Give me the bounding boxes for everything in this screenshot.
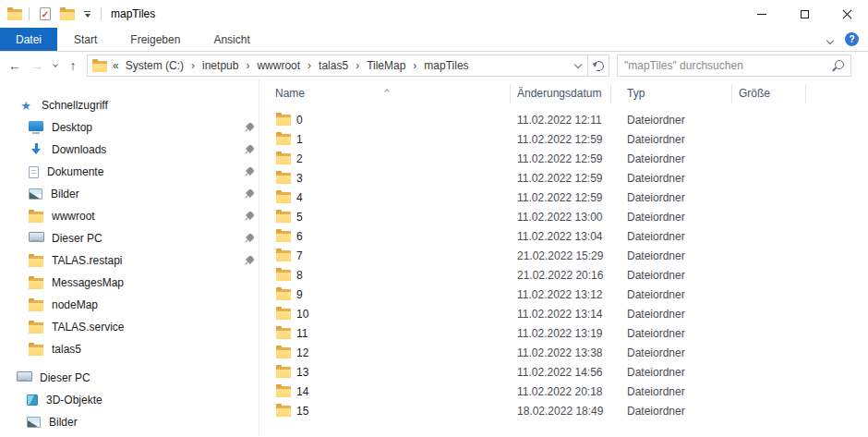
breadcrumb-item-maptiles[interactable]: mapTiles [423, 59, 469, 72]
sidebar-item-3d-objekte[interactable]: 3D-Objekte [0, 389, 259, 411]
pin-icon [244, 234, 254, 247]
tab-freigeben[interactable]: Freigeben [114, 28, 197, 51]
sidebar-item-desktop[interactable]: Desktop [0, 116, 259, 139]
breadcrumb-overflow[interactable]: « [113, 59, 119, 72]
column-header-size[interactable]: Größe [732, 84, 806, 103]
breadcrumb-separator: › [239, 59, 256, 72]
breadcrumb-item-tilemap[interactable]: TileMap [366, 59, 406, 72]
folder-icon [276, 212, 291, 223]
close-button[interactable] [826, 0, 868, 28]
file-row-9[interactable]: 9 11.02.2022 13:12 Dateiordner [259, 285, 868, 304]
minimize-icon [757, 14, 766, 15]
breadcrumb-item-talas5[interactable]: talas5 [318, 59, 349, 72]
sidebar-item-messagesmap[interactable]: MessagesMap [0, 272, 259, 294]
breadcrumb-separator: › [349, 59, 366, 72]
tab-start[interactable]: Start [57, 28, 114, 51]
window-title: mapTiles [111, 7, 155, 20]
file-row-7[interactable]: 7 21.02.2022 15:29 Dateiordner [259, 246, 868, 265]
chevron-down-icon [53, 62, 58, 67]
expand-ribbon-button[interactable] [827, 32, 833, 46]
file-row-14[interactable]: 14 11.02.2022 20:18 Dateiordner [259, 382, 868, 401]
file-row-4[interactable]: 4 11.02.2022 12:59 Dateiordner [259, 188, 868, 207]
sidebar-item-dieser-pc[interactable]: Dieser PC [0, 367, 259, 389]
help-icon: ? [849, 34, 854, 44]
sidebar-item-schnellzugriff[interactable]: Schnellzugriff [0, 94, 259, 116]
sidebar-item-talas-service[interactable]: TALAS.service [0, 316, 259, 338]
breadcrumb-item-wwwroot[interactable]: wwwroot [256, 59, 301, 72]
breadcrumb-separator: › [406, 59, 423, 72]
file-row-6[interactable]: 6 11.02.2022 13:04 Dateiordner [259, 226, 868, 246]
qat-customize-button[interactable] [80, 9, 94, 19]
file-row-0[interactable]: 0 11.02.2022 12:11 Dateiordner [259, 110, 868, 129]
folder-icon [276, 134, 291, 145]
folder-icon [276, 347, 291, 358]
sidebar-item-wwwroot[interactable]: wwwroot [0, 205, 259, 227]
pictures-icon [27, 417, 41, 428]
downloads-icon [29, 143, 43, 156]
file-row-13[interactable]: 13 11.02.2022 14:56 Dateiordner [259, 362, 868, 382]
ribbon-tab-row: Datei Start Freigeben Ansicht ? [0, 28, 868, 52]
address-dropdown-button[interactable] [569, 55, 587, 76]
file-row-11[interactable]: 11 11.02.2022 13:19 Dateiordner [259, 323, 868, 343]
recent-locations-button[interactable] [48, 54, 62, 78]
sort-ascending-icon [385, 83, 389, 96]
qat-properties-button[interactable]: ✓ [36, 6, 54, 22]
folder-icon [276, 192, 291, 203]
pin-icon [244, 212, 254, 225]
file-rows: 0 11.02.2022 12:11 Dateiordner 1 11.02.2… [259, 107, 868, 420]
sidebar-item-downloads[interactable]: Downloads [0, 139, 259, 161]
maximize-button[interactable] [783, 0, 826, 28]
breadcrumb-item-system-c[interactable]: System (C:) [125, 59, 185, 72]
chevron-down-icon [826, 37, 834, 44]
sidebar-item-nodemap[interactable]: nodeMap [0, 294, 259, 316]
star-icon [18, 99, 33, 112]
sidebar-item-dokumente[interactable]: Dokumente [0, 161, 259, 183]
tab-ansicht[interactable]: Ansicht [197, 28, 266, 51]
folder-icon [276, 231, 291, 242]
address-bar[interactable]: «System (C:)›inetpub›wwwroot›talas5›Tile… [87, 55, 609, 77]
sidebar-item-bilder[interactable]: Bilder [0, 411, 259, 433]
titlebar-separator [29, 7, 30, 20]
pc-icon [17, 371, 31, 384]
back-arrow-icon: ← [8, 59, 21, 72]
up-button[interactable]: ↑ [62, 54, 84, 78]
pin-icon [244, 189, 254, 202]
sidebar-item-talas5[interactable]: talas5 [0, 338, 259, 360]
file-row-2[interactable]: 2 11.02.2022 12:59 Dateiordner [259, 149, 868, 168]
folder-icon [276, 270, 291, 281]
qat-new-folder-button[interactable] [56, 6, 78, 22]
breadcrumb-item-inetpub[interactable]: inetpub [201, 59, 239, 72]
folder-icon [29, 278, 43, 289]
forward-button[interactable]: → [26, 54, 48, 78]
file-row-10[interactable]: 10 11.02.2022 13:14 Dateiordner [259, 304, 868, 323]
sidebar-item-bilder[interactable]: Bilder [0, 183, 259, 205]
column-header-type[interactable]: Typ [611, 84, 732, 103]
search-input[interactable] [624, 59, 832, 72]
folder-icon [276, 289, 291, 300]
back-button[interactable]: ← [4, 54, 26, 78]
maximize-icon [801, 10, 809, 18]
folder-icon [276, 153, 291, 164]
navigation-pane: Schnellzugriff Desktop Downloads Dokumen… [0, 79, 259, 436]
folder-icon [29, 300, 43, 311]
sidebar-item-dieser-pc[interactable]: Dieser PC [0, 227, 259, 249]
folder-icon [276, 328, 291, 339]
file-row-15[interactable]: 15 18.02.2022 18:49 Dateiordner [259, 401, 868, 420]
refresh-icon [592, 59, 605, 72]
file-row-12[interactable]: 12 11.02.2022 13:38 Dateiordner [259, 343, 868, 362]
tab-datei[interactable]: Datei [0, 28, 57, 51]
column-header-modified[interactable]: Änderungsdatum [511, 84, 611, 103]
pictures-icon [29, 188, 42, 200]
sidebar-item-talas-restapi[interactable]: TALAS.restapi [0, 249, 259, 272]
file-row-1[interactable]: 1 11.02.2022 12:59 Dateiordner [259, 129, 868, 149]
documents-icon [29, 166, 39, 178]
folder-icon [276, 115, 291, 126]
folder-icon [29, 256, 43, 267]
help-button[interactable]: ? [845, 32, 859, 46]
file-row-5[interactable]: 5 11.02.2022 13:00 Dateiordner [259, 207, 868, 226]
minimize-button[interactable] [741, 0, 783, 28]
folder-icon [276, 367, 291, 378]
refresh-button[interactable] [587, 55, 609, 76]
file-row-8[interactable]: 8 21.02.2022 20:16 Dateiordner [259, 265, 868, 285]
file-row-3[interactable]: 3 11.02.2022 12:59 Dateiordner [259, 168, 868, 188]
